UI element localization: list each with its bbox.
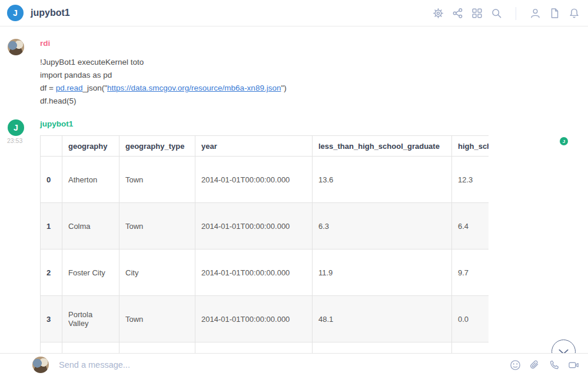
message-line: df.head(5): [40, 95, 588, 108]
table-cell: 0.0: [452, 296, 489, 342]
table-cell: City: [119, 249, 195, 296]
table-header-cell: less_than_high_school_graduate: [313, 136, 452, 157]
notifications-bell-icon[interactable]: [568, 7, 580, 19]
table-cell: [195, 342, 313, 354]
message-list: rdi !JupyBot1 executeKernel toto import …: [0, 26, 588, 353]
table-index-cell: 3: [41, 296, 62, 342]
table-cell: [452, 342, 489, 354]
message-body: !JupyBot1 executeKernel toto import pand…: [40, 56, 588, 108]
table-cell: 12.3: [452, 157, 489, 203]
table-row: 1ColmaTown2014-01-01T00:00:00.0006.36.4: [41, 203, 489, 249]
user-avatar[interactable]: [8, 39, 24, 55]
message-input[interactable]: [59, 360, 509, 370]
table-cell: 2014-01-01T00:00:00.000: [195, 157, 313, 203]
video-call-camera-icon[interactable]: [567, 359, 580, 371]
jump-to-bottom-button[interactable]: [552, 340, 576, 353]
table-row: [41, 342, 489, 354]
table-cell: 6.4: [452, 203, 489, 249]
channel-title: jupybot1: [31, 8, 70, 18]
share-icon[interactable]: [451, 7, 464, 19]
table-header-cell: [41, 136, 62, 157]
members-icon[interactable]: [529, 7, 542, 19]
table-cell: [313, 342, 452, 354]
message-line: import pandas as pd: [40, 69, 588, 82]
files-icon[interactable]: [549, 7, 561, 19]
table-header-cell: geography_type: [119, 136, 195, 157]
table-cell: 2014-01-01T00:00:00.000: [195, 203, 313, 249]
composer-actions: [509, 359, 580, 371]
table-cell: 2014-01-01T00:00:00.000: [195, 296, 313, 342]
channel-avatar[interactable]: J: [7, 5, 24, 21]
table-cell: 13.6: [313, 157, 452, 203]
message-line-code: df = pd.read_json("https://data.smcgov.o…: [40, 82, 588, 95]
message-line: !JupyBot1 executeKernel toto: [40, 56, 588, 69]
table-cell: Town: [119, 157, 195, 203]
chevron-down-icon: [552, 340, 575, 353]
table-index-cell: 1: [41, 203, 62, 249]
settings-icon[interactable]: [432, 7, 444, 19]
code-link-url[interactable]: https://data.smcgov.org/resource/mb6a-xn…: [107, 84, 281, 92]
message-author[interactable]: rdi: [40, 39, 588, 48]
table-cell: 9.7: [452, 249, 489, 296]
table-cell: Atherton: [62, 157, 119, 203]
table-row: 0AthertonTown2014-01-01T00:00:00.00013.6…: [41, 157, 489, 203]
table-cell: 6.3: [313, 203, 452, 249]
table-cell: [62, 342, 119, 354]
composer-user-avatar[interactable]: [32, 357, 49, 373]
header-actions: [432, 0, 580, 26]
table-header-cell: year: [195, 136, 313, 157]
table-cell: 11.9: [313, 249, 452, 296]
table-header-cell: high_school_graduate: [452, 136, 489, 157]
emoji-icon[interactable]: [509, 359, 521, 371]
table-cell: Foster City: [62, 249, 119, 296]
header-divider: [516, 7, 516, 20]
table-row: 2Foster CityCity2014-01-01T00:00:00.0001…: [41, 249, 489, 296]
dataframe-table-container: geographygeography_typeyearless_than_hig…: [40, 135, 489, 353]
table-row: 3Portola ValleyTown2014-01-01T00:00:00.0…: [41, 296, 489, 342]
table-index-cell: [41, 342, 62, 354]
message-timestamp: 23:53: [7, 137, 22, 144]
search-icon[interactable]: [490, 7, 503, 19]
table-cell: Town: [119, 203, 195, 249]
attach-paperclip-icon[interactable]: [529, 359, 541, 371]
code-text: "): [281, 84, 286, 92]
table-header-cell: geography: [62, 136, 119, 157]
bot-avatar[interactable]: J: [8, 119, 24, 136]
table-cell: 2014-01-01T00:00:00.000: [195, 249, 313, 296]
apps-grid-icon[interactable]: [471, 7, 483, 19]
code-link-pd-read[interactable]: pd.read: [56, 84, 83, 92]
channel-header: J jupybot1: [0, 0, 588, 26]
bot-presence-badge: J: [560, 137, 568, 145]
code-text: _json(": [82, 84, 107, 92]
table-cell: Town: [119, 296, 195, 342]
table-index-cell: 0: [41, 157, 62, 203]
table-cell: Colma: [62, 203, 119, 249]
voice-call-phone-icon[interactable]: [548, 359, 560, 371]
table-cell: Portola Valley: [62, 296, 119, 342]
table-header-row: geographygeography_typeyearless_than_hig…: [41, 136, 489, 157]
message-user: rdi !JupyBot1 executeKernel toto import …: [0, 39, 588, 108]
message-bot: J 23:53 jupybot1 geographygeography_type…: [0, 119, 588, 353]
code-text: df =: [40, 84, 56, 92]
table-index-cell: 2: [41, 249, 62, 296]
table-cell: [119, 342, 195, 354]
message-composer: [0, 353, 588, 376]
dataframe-table: geographygeography_typeyearless_than_hig…: [40, 135, 489, 353]
message-author[interactable]: jupybot1: [40, 119, 588, 129]
table-cell: 48.1: [313, 296, 452, 342]
